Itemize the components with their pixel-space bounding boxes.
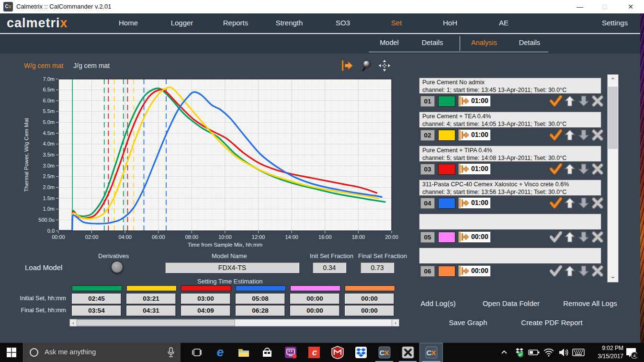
nav-item-reports[interactable]: Reports	[212, 19, 260, 27]
derivatives-toggle-button[interactable]	[111, 260, 124, 273]
log-color-swatch[interactable]	[438, 198, 455, 209]
nav-item-settings[interactable]: Settings	[602, 19, 628, 27]
log-description[interactable]	[419, 248, 601, 264]
tab-model-0[interactable]: Model	[369, 39, 410, 46]
log-description[interactable]: 311-Pasta CPC-40 Cemex Xalostoc + Visco …	[419, 180, 601, 196]
tab-details-3[interactable]: Details	[509, 39, 550, 46]
add-logs-button[interactable]: Add Log(s)	[412, 299, 464, 307]
nav-item-so3[interactable]: SO3	[319, 19, 367, 27]
create-pdf-report-button[interactable]: Create PDF Report	[515, 318, 589, 327]
final-set-value[interactable]: 00:00	[345, 305, 394, 316]
scroll-left-arrow[interactable]: ‹	[70, 319, 77, 326]
pan-icon[interactable]	[378, 59, 391, 72]
move-down-icon[interactable]	[578, 163, 589, 175]
confirm-check-icon[interactable]	[550, 265, 561, 277]
tab-details-1[interactable]: Details	[412, 39, 453, 46]
log-time-input[interactable]: 01:00	[458, 197, 491, 209]
zoom-icon[interactable]	[359, 59, 373, 72]
edge-icon[interactable]: e	[208, 343, 232, 362]
init-set-fraction-field[interactable]: 0.34	[313, 262, 346, 273]
delete-log-icon[interactable]	[592, 95, 603, 107]
close-button[interactable]: ✕	[620, 0, 642, 13]
wifi-icon[interactable]	[542, 343, 556, 362]
maximize-button[interactable]: □	[594, 0, 616, 13]
move-down-icon[interactable]	[578, 265, 589, 277]
unit-toggle-jg[interactable]: J/g cem mat	[73, 62, 110, 69]
search-box[interactable]: Ask me anything	[23, 343, 181, 362]
log-color-swatch[interactable]	[438, 266, 455, 277]
log-time-input[interactable]: 01:00	[458, 95, 491, 107]
mcafee-icon[interactable]	[326, 343, 349, 362]
move-up-icon[interactable]	[564, 231, 576, 243]
dropbox-sync-icon[interactable]	[512, 343, 526, 362]
log-description[interactable]: Pure Cement No admixchannel: 1; start ti…	[419, 78, 601, 94]
confirm-check-icon[interactable]	[550, 95, 561, 107]
load-model-button[interactable]: Load Model	[25, 263, 62, 272]
minimize-button[interactable]: —	[569, 0, 591, 13]
initial-set-value[interactable]: 00:00	[345, 294, 394, 304]
log-color-swatch[interactable]	[438, 96, 455, 107]
delete-log-icon[interactable]	[592, 197, 603, 209]
taskbar-clock[interactable]: 9:02 PM 3/15/2017	[588, 344, 623, 361]
move-down-icon[interactable]	[578, 231, 589, 243]
move-down-icon[interactable]	[578, 129, 589, 141]
final-set-value[interactable]: 04:09	[181, 305, 230, 316]
scroll-down-arrow[interactable]: ⌄	[608, 271, 618, 282]
final-set-fraction-field[interactable]: 0.73	[361, 262, 394, 273]
move-up-icon[interactable]	[564, 163, 576, 175]
log-time-input[interactable]: 00:00	[458, 265, 491, 277]
final-set-value[interactable]: 00:00	[290, 305, 339, 316]
store-icon[interactable]	[255, 343, 279, 362]
initial-set-value[interactable]: 03:21	[126, 294, 176, 304]
move-up-icon[interactable]	[564, 95, 576, 107]
tab-analysis-2[interactable]: Analysis	[463, 39, 505, 46]
model-name-field[interactable]: FDX4-TS	[165, 262, 299, 273]
move-up-icon[interactable]	[564, 265, 576, 277]
dropbox-icon[interactable]	[349, 343, 373, 362]
confirm-check-icon[interactable]	[550, 163, 561, 175]
video-call-app-icon[interactable]	[279, 343, 302, 362]
move-down-icon[interactable]	[578, 95, 589, 107]
initial-set-value[interactable]: 03:00	[181, 294, 230, 304]
initial-set-value[interactable]: 02:45	[72, 294, 121, 304]
microphone-icon[interactable]	[167, 347, 175, 358]
logs-vertical-scrollbar[interactable]: ⌃ ⌄	[607, 74, 619, 283]
log-time-input[interactable]: 01:00	[458, 163, 491, 175]
unit-toggle-wg[interactable]: W/g cem mat	[24, 62, 63, 69]
calcommander-active-icon[interactable]: CX	[419, 343, 443, 362]
nav-item-strength[interactable]: Strength	[265, 19, 313, 27]
open-data-folder-button[interactable]: Open Data Folder	[479, 299, 543, 307]
chevron-up-icon[interactable]	[497, 343, 511, 362]
initial-set-value[interactable]: 00:00	[290, 294, 339, 304]
move-up-icon[interactable]	[564, 197, 576, 209]
initial-set-value[interactable]: 05:08	[236, 294, 285, 304]
delete-log-icon[interactable]	[592, 163, 603, 175]
move-up-icon[interactable]	[564, 129, 576, 141]
action-center-icon[interactable]: 4	[621, 343, 641, 362]
scroll-up-arrow[interactable]: ⌃	[608, 75, 618, 86]
nav-item-hoh[interactable]: HoH	[426, 19, 474, 27]
delete-log-icon[interactable]	[592, 231, 603, 243]
chart-horizontal-scrollbar[interactable]: ‹ ›	[69, 319, 399, 327]
nav-item-set[interactable]: Set	[373, 19, 420, 27]
log-color-swatch[interactable]	[438, 232, 455, 243]
final-set-value[interactable]: 06:28	[236, 305, 285, 316]
battery-icon[interactable]	[527, 343, 541, 362]
nav-item-home[interactable]: Home	[104, 19, 152, 27]
confirm-check-icon[interactable]	[550, 129, 561, 141]
log-time-input[interactable]: 01:00	[458, 129, 491, 141]
log-description[interactable]	[419, 214, 601, 230]
log-description[interactable]: Pure Cement + TIPA 0.4%channel: 5; start…	[419, 146, 601, 162]
final-set-value[interactable]: 03:54	[72, 305, 121, 316]
c-app-icon[interactable]: c	[302, 343, 326, 362]
file-explorer-icon[interactable]	[232, 343, 255, 362]
thermal-power-chart[interactable]: 0.0500.0u1.0m1.5m2.0m2.5m3.0m3.5m4.0m4.5…	[22, 75, 400, 251]
scrollbar-thumb[interactable]	[77, 319, 235, 326]
nav-item-ae[interactable]: AE	[480, 19, 528, 27]
log-color-swatch[interactable]	[438, 164, 455, 175]
move-down-icon[interactable]	[578, 197, 589, 209]
log-color-swatch[interactable]	[438, 130, 455, 141]
volume-icon[interactable]	[556, 343, 571, 362]
nav-item-logger[interactable]: Logger	[158, 19, 206, 27]
delete-log-icon[interactable]	[592, 265, 603, 277]
